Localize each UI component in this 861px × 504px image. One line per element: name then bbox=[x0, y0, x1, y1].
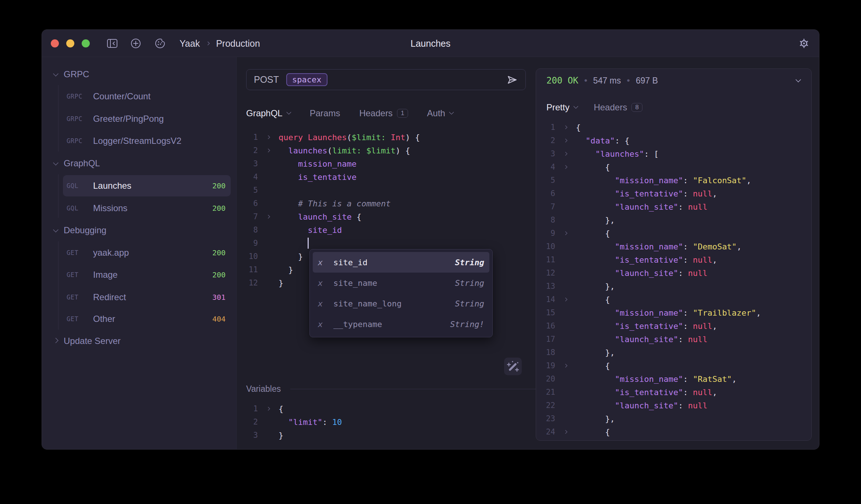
sidebar-item-greeter-pingpong[interactable]: GRPC Greeter/PingPong bbox=[63, 108, 231, 129]
method-tag: GQL bbox=[67, 205, 88, 212]
fold-chevron-icon[interactable] bbox=[563, 125, 567, 129]
workspace-name[interactable]: Yaak bbox=[180, 38, 200, 49]
sidebar-item-image[interactable]: GET Image 200 bbox=[63, 264, 231, 285]
sidebar-item-launches[interactable]: GQL Launches 200 bbox=[63, 175, 231, 196]
status-badge: 404 bbox=[212, 315, 226, 323]
group-label: Update Server bbox=[64, 336, 121, 346]
code-line: 2 "limit": 10 bbox=[242, 415, 529, 429]
sidebar-group-update-server[interactable]: Update Server bbox=[51, 330, 231, 352]
autocomplete-item-typename[interactable]: x __typename String! bbox=[313, 314, 489, 334]
request-method[interactable]: POST bbox=[254, 74, 279, 85]
code-line: 1{ bbox=[242, 402, 529, 415]
sidebar-item-missions[interactable]: GQL Missions 200 bbox=[63, 198, 231, 219]
tab-graphql[interactable]: GraphQL bbox=[246, 108, 291, 118]
tab-headers[interactable]: Headers 1 bbox=[359, 108, 408, 118]
chevron-right-icon bbox=[53, 337, 59, 343]
tab-auth[interactable]: Auth bbox=[427, 108, 453, 118]
new-request-icon[interactable] bbox=[130, 38, 141, 49]
breadcrumb-chevron-icon bbox=[206, 41, 210, 45]
format-query-button[interactable] bbox=[504, 358, 522, 375]
chevron-down-icon bbox=[53, 227, 59, 233]
fold-chevron-icon[interactable] bbox=[563, 363, 567, 368]
fold-chevron-icon[interactable] bbox=[563, 430, 567, 434]
fold-chevron-icon[interactable] bbox=[266, 135, 270, 139]
code-line: 6 "is_tentative": null, bbox=[536, 187, 808, 200]
indent-guide bbox=[58, 174, 59, 218]
sidebar-item-redirect[interactable]: GET Redirect 301 bbox=[63, 287, 231, 308]
code-line: 2 "data": { bbox=[536, 134, 808, 147]
autocomplete-item-site-id[interactable]: x site_id String bbox=[313, 252, 489, 273]
code-line: 4 { bbox=[536, 160, 808, 174]
code-line: 6 # This is a comment bbox=[242, 197, 529, 210]
fold-chevron-icon[interactable] bbox=[563, 231, 567, 235]
request-name: Missions bbox=[93, 203, 127, 213]
code-line: 20 "mission_name": "RatSat", bbox=[536, 372, 808, 386]
sidebar-group-debugging[interactable]: Debugging bbox=[51, 220, 231, 241]
collapse-response-icon[interactable] bbox=[796, 77, 801, 83]
variables-label: Variables bbox=[246, 384, 281, 394]
text-cursor bbox=[308, 238, 309, 249]
fold-chevron-icon[interactable] bbox=[563, 165, 567, 169]
code-line: 14 { bbox=[536, 293, 808, 306]
url-bar[interactable]: POST spacex bbox=[246, 69, 526, 90]
tab-params[interactable]: Params bbox=[310, 108, 340, 118]
status-badge: 301 bbox=[212, 293, 226, 302]
main-pane: POST spacex GraphQL Params Headers 1 Aut… bbox=[237, 57, 819, 449]
send-request-button[interactable] bbox=[506, 74, 518, 86]
method-tag: GRPC bbox=[67, 93, 88, 100]
breadcrumb[interactable]: Yaak Production bbox=[180, 30, 260, 57]
autocomplete-popup: x site_id String x site_name String x si… bbox=[309, 249, 493, 337]
minimize-window-button[interactable] bbox=[66, 39, 74, 47]
window-title: Launches bbox=[411, 30, 450, 57]
cookie-icon[interactable] bbox=[155, 38, 166, 49]
code-line: 17 "launch_site": null bbox=[536, 333, 808, 346]
tab-response-headers[interactable]: Headers 8 bbox=[594, 102, 642, 113]
autocomplete-item-site-name[interactable]: x site_name String bbox=[313, 273, 489, 293]
settings-gear-icon[interactable] bbox=[798, 38, 809, 49]
chevron-down-icon bbox=[573, 104, 578, 109]
response-body-viewer[interactable]: 1{2 "data": {3 "launches": [4 {5 "missio… bbox=[536, 121, 808, 439]
completion-kind-icon: x bbox=[318, 299, 333, 308]
tab-pretty[interactable]: Pretty bbox=[546, 102, 578, 113]
code-line: 16 "is_tentative": null, bbox=[536, 319, 808, 333]
request-name: Logger/StreamLogsV2 bbox=[93, 136, 181, 146]
sidebar-item-logger-streamlogsv2[interactable]: GRPC Logger/StreamLogsV2 bbox=[63, 130, 231, 152]
fold-chevron-icon[interactable] bbox=[266, 407, 270, 411]
code-line: 22 "launch_site": null bbox=[536, 399, 808, 412]
sidebar-item-other[interactable]: GET Other 404 bbox=[63, 308, 231, 330]
sidebar-item-counter-count[interactable]: GRPC Counter/Count bbox=[63, 86, 231, 107]
variables-editor[interactable]: 1{2 "limit": 103} bbox=[242, 402, 529, 442]
code-line: 5 "mission_name": "FalconSat", bbox=[536, 174, 808, 187]
environment-name[interactable]: Production bbox=[216, 38, 260, 49]
chevron-down-icon bbox=[286, 110, 291, 115]
method-tag: GET bbox=[67, 315, 88, 323]
close-window-button[interactable] bbox=[51, 39, 59, 47]
code-line: 11 "is_tentative": null, bbox=[536, 253, 808, 266]
url-template-pill[interactable]: spacex bbox=[286, 73, 327, 86]
status-badge: 200 bbox=[212, 270, 226, 279]
headers-count-badge: 1 bbox=[397, 109, 408, 118]
completion-kind-icon: x bbox=[318, 258, 333, 267]
fold-chevron-icon[interactable] bbox=[563, 297, 567, 301]
sidebar-group-grpc[interactable]: GRPC bbox=[51, 64, 231, 85]
code-line: 4 is_tentative bbox=[242, 170, 529, 184]
code-line: 8 site_id bbox=[242, 223, 529, 237]
chevron-down-icon bbox=[53, 160, 59, 166]
fold-chevron-icon[interactable] bbox=[563, 152, 567, 156]
send-icon bbox=[506, 74, 518, 86]
response-tabs: Pretty Headers 8 bbox=[546, 101, 642, 114]
fold-chevron-icon[interactable] bbox=[266, 214, 270, 219]
response-header: 200 OK • 547 ms • 697 B bbox=[546, 73, 658, 88]
code-line: 10 "mission_name": "DemoSat", bbox=[536, 240, 808, 253]
sidebar-group-graphql[interactable]: GraphQL bbox=[51, 153, 231, 174]
fold-chevron-icon[interactable] bbox=[563, 138, 567, 142]
zoom-window-button[interactable] bbox=[82, 39, 90, 47]
response-size: 697 B bbox=[636, 76, 658, 86]
fold-chevron-icon[interactable] bbox=[266, 148, 270, 152]
toggle-sidebar-icon[interactable] bbox=[107, 38, 118, 49]
response-status: 200 OK bbox=[546, 75, 578, 86]
code-line: 12 "launch_site": null bbox=[536, 266, 808, 280]
method-tag: GET bbox=[67, 271, 88, 278]
sidebar-item-yaak-app[interactable]: GET yaak.app 200 bbox=[63, 242, 231, 263]
autocomplete-item-site-name-long[interactable]: x site_name_long String bbox=[313, 293, 489, 314]
